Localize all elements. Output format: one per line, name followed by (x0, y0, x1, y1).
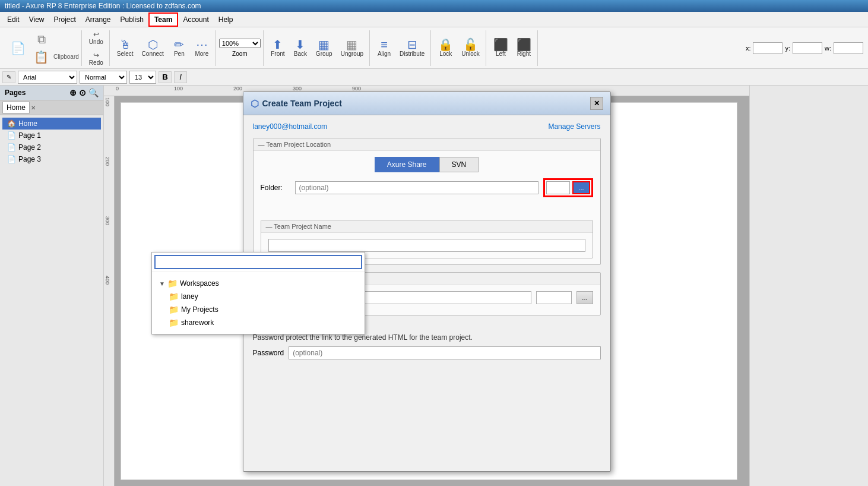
email-link[interactable]: laney000@hotmail.com (253, 122, 328, 131)
folder-label: Folder: (261, 184, 290, 192)
zoom-select[interactable]: 100% 50% 150% 200% (219, 39, 261, 48)
sub-toolbar: ✎ Arial Normal 13 B I (0, 69, 868, 86)
page-1-label: Page 1 (18, 131, 41, 140)
tree-item-myprojects[interactable]: 📁 My Projects (157, 303, 360, 316)
folder-dropdown-popup: ▼ 📁 Workspaces 📁 laney (151, 252, 365, 334)
front-btn[interactable]: ⬆ Front (267, 36, 289, 59)
more-btn[interactable]: ⋯ More (191, 36, 213, 59)
unlock-icon: 🔓 (463, 39, 478, 51)
align-label: Align (378, 51, 391, 57)
y-label: y: (785, 45, 790, 52)
bold-btn[interactable]: B (159, 71, 172, 83)
connect-btn[interactable]: ⬡ Connect (138, 36, 167, 59)
menu-view[interactable]: View (24, 14, 49, 26)
redo-btn[interactable]: ↪ Redo (85, 49, 107, 68)
left-btn[interactable]: ⬛ Left (490, 36, 512, 59)
zoom-group: 100% 50% 150% 200% Zoom (217, 30, 264, 66)
select-label: Select (117, 51, 134, 57)
italic-btn[interactable]: I (174, 71, 187, 83)
group-label: Group (316, 51, 332, 57)
ungroup-btn[interactable]: ▦ Ungroup (337, 36, 367, 59)
dropdown-search-input[interactable] (154, 255, 362, 269)
folder-tree: ▼ 📁 Workspaces 📁 laney (152, 272, 365, 334)
title-bar: titled - Axure RP 8 Enterprise Edition :… (0, 0, 868, 12)
group-btn[interactable]: ▦ Group (312, 36, 336, 59)
menu-help[interactable]: Help (214, 14, 238, 26)
title-text: titled - Axure RP 8 Enterprise Edition :… (5, 2, 201, 10)
font-style-select[interactable]: Normal (80, 71, 127, 84)
create-team-project-dialog: ⬡ Create Team Project ✕ laney000@hotmail… (243, 91, 611, 472)
manage-servers-link[interactable]: Manage Servers (548, 122, 600, 131)
back-label: Back (294, 51, 307, 57)
lock-btn[interactable]: 🔒 Lock (435, 36, 457, 59)
folder-input[interactable] (295, 181, 539, 194)
right-icon: ⬛ (517, 39, 531, 51)
undo-btn[interactable]: ↩ Undo (85, 28, 107, 48)
group-icon: ▦ (318, 39, 330, 51)
home-tab[interactable]: Home (2, 102, 30, 113)
axure-share-tab[interactable]: Axure Share (375, 157, 439, 172)
page-item-2[interactable]: 📄 Page 2 (2, 141, 101, 153)
left-label: Left (496, 51, 506, 57)
zoom-label: Zoom (232, 51, 248, 57)
select-btn[interactable]: 🖱 Select (113, 36, 137, 59)
back-btn[interactable]: ⬇ Back (290, 36, 311, 59)
main-layout: Pages ⊕ ⊙ 🔍 Home ✕ 🏠 Home 📄 Page 1 📄 P (0, 86, 868, 486)
close-home-icon[interactable]: ✕ (31, 105, 36, 111)
unlock-label: Unlock (461, 51, 480, 57)
menu-team[interactable]: Team (148, 12, 178, 27)
dialog-close-button[interactable]: ✕ (590, 97, 603, 110)
url-password-description: Password protect the link to the generat… (253, 333, 601, 342)
local-dir-browse-btn[interactable]: ... (576, 291, 593, 304)
clipboard-label: Clipboard (53, 53, 79, 60)
w-input[interactable] (834, 42, 863, 54)
menu-account[interactable]: Account (178, 14, 213, 26)
menu-publish[interactable]: Publish (116, 14, 148, 26)
tree-item-sharework[interactable]: 📁 sharework (157, 316, 360, 329)
page-options-icon[interactable]: ⊙ (79, 88, 86, 97)
right-btn[interactable]: ⬛ Right (513, 36, 535, 59)
page-3-label: Page 3 (18, 155, 41, 163)
menu-edit[interactable]: Edit (2, 14, 24, 26)
copy-btn[interactable]: ⧉ (30, 31, 52, 48)
dialog-title-text: Create Team Project (262, 99, 342, 108)
menu-project[interactable]: Project (49, 14, 80, 26)
pen-btn[interactable]: ✏ Pen (169, 36, 190, 59)
unlock-btn[interactable]: 🔓 Unlock (458, 36, 483, 59)
font-size-select[interactable]: 13 (129, 71, 156, 84)
paste-btn[interactable]: 📋 (30, 49, 52, 65)
folder-browse-button[interactable]: ... (572, 181, 590, 194)
canvas-area: 0 100 200 300 900 100 200 300 400 (104, 86, 749, 486)
page-2-label: Page 2 (18, 143, 41, 152)
dialog-titlebar: ⬡ Create Team Project ✕ (243, 92, 610, 115)
project-name-input[interactable] (268, 239, 585, 252)
search-icon[interactable]: 🔍 (88, 88, 99, 97)
sidebar-header-icons: ⊕ ⊙ 🔍 (69, 88, 99, 97)
new-btn[interactable]: 📄 (7, 40, 29, 56)
align-btn[interactable]: ≡ Align (373, 36, 395, 59)
font-family-select[interactable]: Arial (18, 71, 77, 84)
svn-tab[interactable]: SVN (439, 157, 479, 172)
distribute-btn[interactable]: ⊟ Distribute (396, 36, 428, 59)
password-input[interactable] (289, 346, 600, 359)
folder-extra-input[interactable] (546, 181, 570, 194)
page-item-home[interactable]: 🏠 Home (2, 118, 101, 130)
y-input[interactable] (793, 42, 822, 54)
project-name-title: — Team Project Name (261, 220, 593, 233)
laney-label: laney (181, 292, 198, 301)
local-dir-extra-input[interactable] (536, 291, 572, 304)
page-add-icon[interactable]: ⊕ (69, 88, 77, 97)
dialog-body: laney000@hotmail.com Manage Servers — Te… (243, 115, 610, 471)
style-edit-btn[interactable]: ✎ (2, 71, 15, 83)
tree-item-laney[interactable]: 📁 laney (157, 290, 360, 303)
x-input[interactable] (753, 42, 783, 54)
page-item-3[interactable]: 📄 Page 3 (2, 153, 101, 165)
dialog-logo-icon: ⬡ (251, 98, 259, 109)
tree-item-workspaces[interactable]: ▼ 📁 Workspaces (157, 277, 360, 290)
page-item-1[interactable]: 📄 Page 1 (2, 130, 101, 141)
menu-arrange[interactable]: Arrange (81, 14, 116, 26)
home-page-icon: 🏠 (7, 119, 16, 128)
copy-icon: ⧉ (37, 33, 46, 45)
sharework-label: sharework (181, 318, 214, 327)
home-tab-area: Home ✕ (0, 100, 103, 115)
